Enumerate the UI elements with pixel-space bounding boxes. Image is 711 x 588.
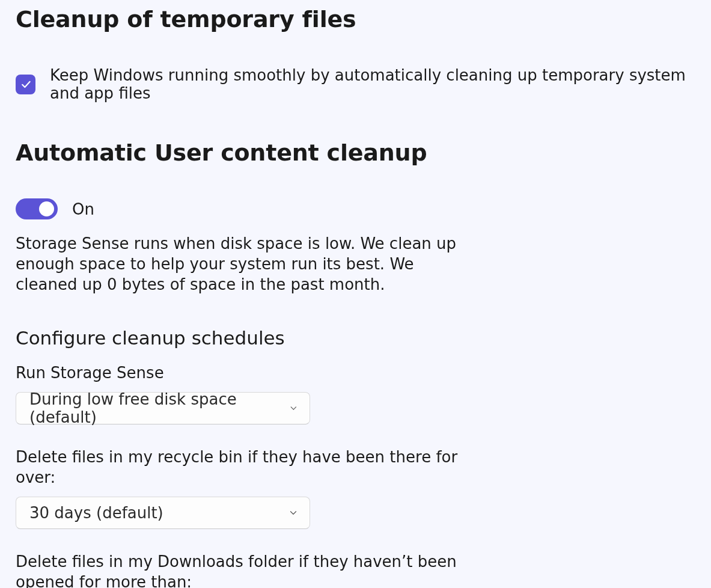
chevron-down-icon — [288, 507, 299, 518]
chevron-down-icon — [288, 403, 299, 414]
storage-sense-toggle-row: On — [16, 198, 695, 219]
recycle-bin-field: Delete files in my recycle bin if they h… — [16, 447, 695, 529]
recycle-bin-label: Delete files in my recycle bin if they h… — [16, 447, 472, 488]
run-storage-sense-label: Run Storage Sense — [16, 363, 472, 384]
recycle-bin-value: 30 days (default) — [29, 504, 163, 522]
run-storage-sense-value: During low free disk space (default) — [29, 390, 288, 426]
storage-sense-toggle[interactable] — [16, 198, 58, 219]
storage-sense-toggle-label: On — [72, 200, 94, 218]
downloads-label: Delete files in my Downloads folder if t… — [16, 552, 472, 588]
cleanup-temp-files-heading: Cleanup of temporary files — [16, 6, 695, 32]
run-storage-sense-field: Run Storage Sense During low free disk s… — [16, 363, 695, 424]
checkmark-icon — [20, 78, 32, 90]
auto-clean-checkbox[interactable] — [16, 75, 35, 94]
auto-clean-checkbox-row: Keep Windows running smoothly by automat… — [16, 66, 695, 102]
downloads-field: Delete files in my Downloads folder if t… — [16, 552, 695, 588]
auto-user-cleanup-heading: Automatic User content cleanup — [16, 139, 695, 166]
recycle-bin-dropdown[interactable]: 30 days (default) — [16, 497, 310, 529]
run-storage-sense-dropdown[interactable]: During low free disk space (default) — [16, 392, 310, 424]
auto-clean-checkbox-label: Keep Windows running smoothly by automat… — [50, 66, 695, 102]
configure-schedules-heading: Configure cleanup schedules — [16, 327, 695, 349]
storage-sense-description: Storage Sense runs when disk space is lo… — [16, 234, 478, 295]
